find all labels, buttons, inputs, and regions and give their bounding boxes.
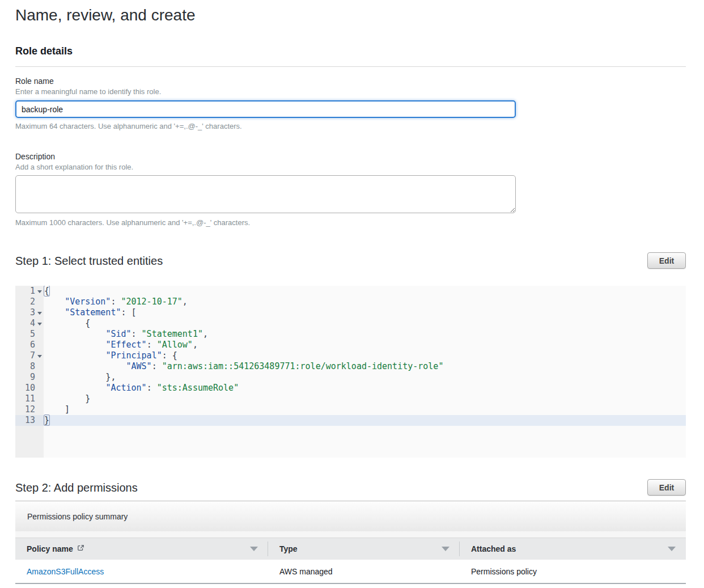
code-line: "Version": "2012-10-17",	[44, 297, 686, 307]
gutter-line: 7	[15, 350, 44, 361]
role-details-heading: Role details	[15, 45, 686, 57]
code-line: ]	[44, 404, 686, 415]
code-line: "Sid": "Statement1",	[44, 329, 686, 340]
external-link-icon	[77, 544, 84, 553]
code-line: "AWS": "arn:aws:iam::541263489771:role/w…	[44, 361, 686, 372]
step2-header-row: Step 2: Add permissions Edit	[15, 479, 686, 496]
description-textarea[interactable]	[15, 175, 516, 213]
description-constraint: Maximum 1000 characters. Use alphanumeri…	[15, 218, 686, 227]
policy-type-cell: AWS managed	[268, 560, 460, 583]
step1-heading: Step 1: Select trusted entities	[15, 254, 163, 268]
description-hint: Add a short explanation for this role.	[15, 163, 686, 172]
gutter-line: 2	[15, 297, 44, 307]
gutter-line: 12	[15, 404, 44, 415]
gutter-line: 11	[15, 394, 44, 404]
role-name-constraint: Maximum 64 characters. Use alphanumeric …	[15, 122, 686, 131]
code-line: "Effect": "Allow",	[44, 340, 686, 350]
gutter-line: 13	[15, 415, 44, 426]
role-name-hint: Enter a meaningful name to identify this…	[15, 87, 686, 96]
gutter-line: 3	[15, 307, 44, 318]
trust-policy-editor[interactable]: 12345678910111213 { "Version": "2012-10-…	[15, 286, 686, 458]
gutter-line: 6	[15, 340, 44, 350]
step1-edit-button[interactable]: Edit	[647, 252, 686, 269]
gutter-line: 10	[15, 383, 44, 394]
panel-strip	[15, 531, 686, 538]
code-line: }	[44, 394, 686, 404]
column-header-attached-as[interactable]: Attached as	[460, 538, 686, 560]
policy-name-cell: AmazonS3FullAccess	[15, 560, 268, 583]
fold-toggle-icon[interactable]	[37, 312, 42, 315]
filter-triangle-icon[interactable]	[668, 547, 676, 551]
gutter-line: 5	[15, 329, 44, 340]
step2-heading: Step 2: Add permissions	[15, 481, 138, 494]
table-row: AmazonS3FullAccess AWS managed Permissio…	[15, 560, 686, 584]
role-name-input[interactable]	[15, 100, 516, 118]
gutter-line: 4	[15, 318, 44, 329]
policy-name-link[interactable]: AmazonS3FullAccess	[27, 567, 104, 576]
gutter-line: 9	[15, 372, 44, 383]
gutter-line: 1	[15, 286, 44, 297]
code-line: "Principal": {	[44, 350, 686, 361]
fold-toggle-icon[interactable]	[37, 355, 42, 358]
attached-as-cell: Permissions policy	[460, 560, 686, 583]
fold-toggle-icon[interactable]	[37, 290, 42, 293]
column-header-type[interactable]: Type	[268, 538, 460, 560]
page: Name, review, and create Role details Ro…	[0, 0, 704, 584]
code-line: }	[44, 415, 686, 426]
permissions-panel: Permissions policy summary Policy name T…	[15, 501, 686, 584]
code-line: {	[44, 286, 686, 297]
code-line: "Action": "sts:AssumeRole"	[44, 383, 686, 394]
editor-gutter: 12345678910111213	[15, 286, 44, 458]
code-line: },	[44, 372, 686, 383]
fold-toggle-icon[interactable]	[37, 323, 42, 325]
code-line: {	[44, 318, 686, 329]
permissions-panel-header: Permissions policy summary	[15, 501, 686, 531]
filter-triangle-icon[interactable]	[250, 547, 258, 551]
policy-table-header: Policy name Type Attached as	[15, 538, 686, 560]
step1-header-row: Step 1: Select trusted entities Edit	[15, 252, 686, 269]
permissions-panel-title: Permissions policy summary	[27, 512, 128, 521]
page-title: Name, review, and create	[15, 0, 686, 25]
description-label: Description	[15, 151, 686, 162]
role-name-label: Role name	[15, 76, 686, 86]
section-divider	[15, 66, 686, 67]
code-line: "Statement": [	[44, 307, 686, 318]
gutter-line: 8	[15, 361, 44, 372]
editor-content[interactable]: { "Version": "2012-10-17", "Statement": …	[44, 286, 686, 458]
column-header-policy-name[interactable]: Policy name	[15, 538, 268, 560]
filter-triangle-icon[interactable]	[442, 547, 449, 551]
step2-edit-button[interactable]: Edit	[647, 479, 686, 496]
